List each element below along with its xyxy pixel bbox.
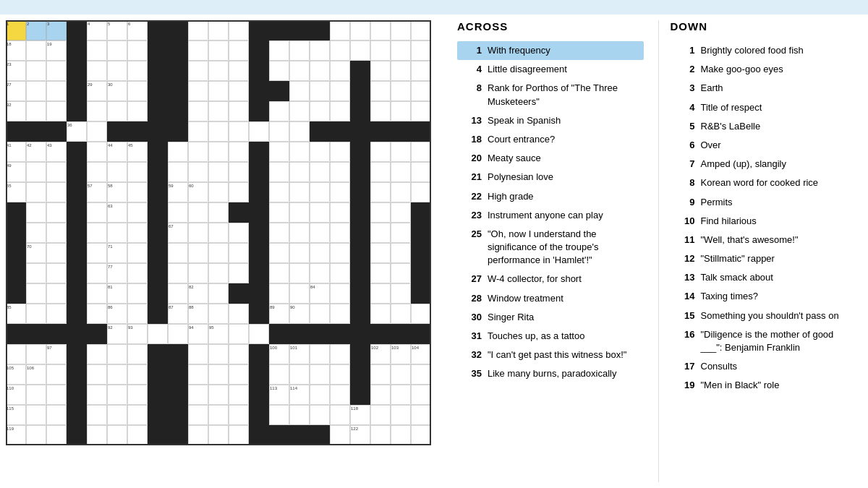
clue-text: Window treatment <box>488 292 639 305</box>
clue-number: 13 <box>461 114 482 127</box>
clue-text: Consults <box>701 360 853 373</box>
clue-text: Find hilarious <box>701 215 853 228</box>
clue-number: 10 <box>675 215 695 228</box>
clue-number: 1 <box>675 44 695 57</box>
clue-item[interactable]: 14Taxing times? <box>671 287 857 306</box>
clue-text: Over <box>701 139 853 152</box>
clue-item[interactable]: 31Touches up, as a tattoo <box>457 327 644 346</box>
clue-number: 4 <box>675 101 695 114</box>
down-panel: DOWN 1Brightly colored food fish2Make go… <box>662 20 869 482</box>
clue-item[interactable]: 21Polynesian love <box>457 168 644 187</box>
clue-item[interactable]: 7Amped (up), slangily <box>671 155 857 174</box>
clue-text: "Oh, now I understand the significance o… <box>488 228 639 267</box>
clue-number: 32 <box>461 348 482 361</box>
clue-item[interactable]: 32"I can't get past this witness box!" <box>457 346 644 364</box>
clue-text: Singer Rita <box>488 311 639 324</box>
clue-text: Taxing times? <box>701 290 853 303</box>
clue-item[interactable]: 11"Well, that's awesome!" <box>671 231 857 249</box>
clue-item[interactable]: 12"Stillmatic" rapper <box>671 249 857 268</box>
clue-text: R&B's LaBelle <box>701 120 853 133</box>
down-clues-list[interactable]: 1Brightly colored food fish2Make goo-goo… <box>671 41 860 482</box>
clue-item[interactable]: 8Rank for Porthos of "The Three Musketee… <box>457 79 644 111</box>
clue-number: 18 <box>461 133 482 146</box>
clue-item[interactable]: 25"Oh, now I understand the significance… <box>457 225 644 270</box>
clue-text: Permits <box>701 196 853 209</box>
clue-item[interactable]: 18Court entrance? <box>457 130 644 149</box>
clue-item[interactable]: 35Like many burns, paradoxically <box>457 364 644 383</box>
clue-number: 23 <box>461 209 482 222</box>
across-header: ACROSS <box>457 20 647 35</box>
clue-number: 20 <box>461 152 482 165</box>
crossword-grid-container[interactable] <box>0 14 448 488</box>
clue-text: Touches up, as a tattoo <box>488 330 639 343</box>
clue-text: Earth <box>701 82 853 95</box>
clue-number: 13 <box>675 271 695 284</box>
clue-number: 1 <box>461 44 482 57</box>
clue-item[interactable]: 19"Men in Black" role <box>671 376 857 395</box>
clue-text: Rank for Porthos of "The Three Musketeer… <box>488 82 639 108</box>
clue-item[interactable]: 28Window treatment <box>457 289 644 308</box>
clue-number: 21 <box>461 171 482 184</box>
clue-number: 27 <box>461 273 482 286</box>
clue-text: With frequency <box>488 44 639 57</box>
clue-text: "Stillmatic" rapper <box>701 252 853 265</box>
clue-number: 35 <box>461 367 482 380</box>
clue-number: 8 <box>675 176 695 189</box>
clue-number: 4 <box>461 63 482 76</box>
clue-item[interactable]: 6Over <box>671 136 857 155</box>
clue-item[interactable]: 23Instrument anyone can play <box>457 206 644 225</box>
header-bar <box>0 0 868 14</box>
clue-number: 5 <box>675 120 695 133</box>
clue-text: Talk smack about <box>701 271 853 284</box>
across-clues-list[interactable]: 1With frequency4Little disagreement8Rank… <box>457 41 647 482</box>
clue-item[interactable]: 22High grade <box>457 187 644 206</box>
panel-divider <box>658 20 659 482</box>
clue-number: 12 <box>675 252 695 265</box>
clue-text: Like many burns, paradoxically <box>488 367 639 380</box>
clue-text: Little disagreement <box>488 63 639 76</box>
clue-item[interactable]: 27W-4 collector, for short <box>457 270 644 288</box>
clue-number: 11 <box>675 234 695 247</box>
clue-item[interactable]: 15Something you shouldn't pass on <box>671 307 857 325</box>
clue-item[interactable]: 1Brightly colored food fish <box>671 41 857 60</box>
clue-item[interactable]: 9Permits <box>671 193 857 212</box>
clue-item[interactable]: 30Singer Rita <box>457 308 644 327</box>
clue-number: 19 <box>675 379 695 392</box>
clue-number: 30 <box>461 311 482 324</box>
clue-item[interactable]: 2Make goo-goo eyes <box>671 60 857 79</box>
clue-item[interactable]: 16"Diligence is the mother of good ___":… <box>671 325 857 357</box>
clue-number: 31 <box>461 330 482 343</box>
clue-number: 25 <box>461 228 482 241</box>
clue-text: Korean word for cooked rice <box>701 176 853 189</box>
clue-text: Speak in Spanish <box>488 114 639 127</box>
clue-item[interactable]: 17Consults <box>671 357 857 376</box>
clue-text: "Diligence is the mother of good ___": B… <box>701 328 853 354</box>
clue-text: "I can't get past this witness box!" <box>488 348 639 361</box>
clue-item[interactable]: 5R&B's LaBelle <box>671 117 857 136</box>
clue-number: 14 <box>675 290 695 303</box>
clue-number: 15 <box>675 309 695 322</box>
clue-text: Something you shouldn't pass on <box>701 309 853 322</box>
clue-number: 2 <box>675 63 695 76</box>
clue-item[interactable]: 10Find hilarious <box>671 212 857 231</box>
main-content: ACROSS 1With frequency4Little disagreeme… <box>0 14 868 488</box>
clue-item[interactable]: 4Little disagreement <box>457 60 644 79</box>
clue-text: Make goo-goo eyes <box>701 63 853 76</box>
clue-item[interactable]: 13Speak in Spanish <box>457 111 644 130</box>
clue-number: 6 <box>675 139 695 152</box>
clue-item[interactable]: 13Talk smack about <box>671 268 857 287</box>
clue-item[interactable]: 8Korean word for cooked rice <box>671 174 857 192</box>
clue-text: "Well, that's awesome!" <box>701 234 853 247</box>
crossword-grid[interactable] <box>6 20 442 456</box>
clue-item[interactable]: 4Title of respect <box>671 98 857 117</box>
clue-item[interactable]: 20Meaty sauce <box>457 149 644 168</box>
clue-text: Court entrance? <box>488 133 639 146</box>
clue-number: 8 <box>461 82 482 95</box>
clue-item[interactable]: 3Earth <box>671 79 857 98</box>
clue-text: Brightly colored food fish <box>701 44 853 57</box>
clue-text: Meaty sauce <box>488 152 639 165</box>
clue-number: 17 <box>675 360 695 373</box>
clue-number: 16 <box>675 328 695 341</box>
clue-number: 3 <box>675 82 695 95</box>
clue-item[interactable]: 1With frequency <box>457 41 644 60</box>
